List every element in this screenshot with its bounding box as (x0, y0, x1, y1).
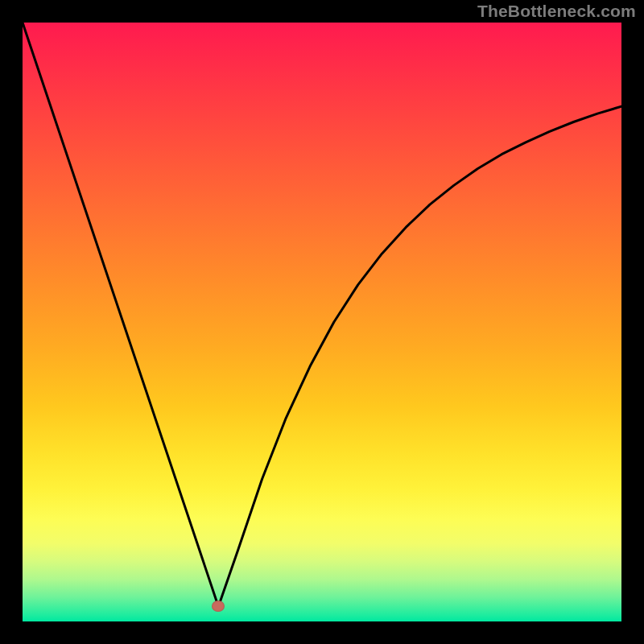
bottleneck-curve (23, 23, 621, 621)
minimum-marker (212, 601, 225, 612)
plot-area (23, 23, 621, 621)
chart-frame: TheBottleneck.com (0, 0, 644, 644)
watermark-text: TheBottleneck.com (477, 2, 636, 21)
